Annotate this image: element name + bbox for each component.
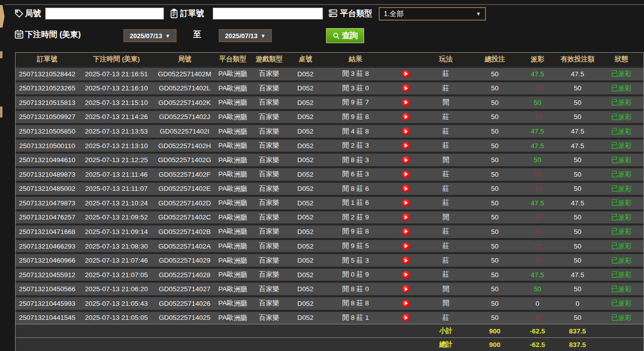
replay-button[interactable] [402, 271, 410, 279]
replay-button[interactable] [402, 243, 410, 250]
platform-cell: PA歐洲廳 [215, 198, 250, 207]
col-header-platform: 平台類型 [215, 55, 250, 64]
replay-cell [388, 213, 423, 221]
date-to-select[interactable]: 2025/07/13 ▼ [219, 29, 272, 42]
status-cell: 已派彩 [601, 227, 641, 236]
platform-cell: PA歐洲廳 [215, 270, 250, 279]
order-no-cell: 250713210485002 [16, 185, 79, 192]
order-no-cell: 250713210476257 [16, 213, 79, 221]
game-type-cell: 百家樂 [250, 213, 288, 222]
platform-cell: PA歐洲廳 [215, 242, 250, 251]
play-cell: 閒 [423, 213, 468, 222]
play-cell: 閒 [423, 156, 468, 165]
bet-time-cell: 2025-07-13 21:05:05 [79, 314, 154, 321]
col-header-payout: 派彩 [521, 55, 554, 64]
replay-button[interactable] [402, 99, 410, 106]
replay-button[interactable] [402, 128, 410, 135]
replay-button[interactable] [402, 228, 410, 236]
result-cell: 閒 8 莊 6 [323, 184, 388, 193]
payout-cell: -50 [521, 243, 554, 250]
replay-button[interactable] [402, 257, 410, 264]
order-no-cell: 250713210494610 [16, 156, 79, 164]
platform-cell: PA歐洲廳 [215, 98, 250, 107]
game-type-cell: 百家樂 [250, 313, 288, 322]
round-no-cell: GD0522571402G [154, 156, 215, 164]
game-type-cell: 百家樂 [250, 227, 288, 236]
replay-button[interactable] [402, 285, 410, 293]
replay-button[interactable] [402, 213, 410, 221]
game-type-cell: 百家樂 [250, 84, 288, 93]
replay-button[interactable] [402, 156, 410, 164]
round-no-cell: GD0522571402E [154, 185, 215, 192]
table-row: 250713210441545 2025-07-13 21:05:05 GD05… [16, 312, 643, 324]
replay-cell [388, 99, 423, 106]
order-no-cell: 250713210460966 [16, 257, 79, 264]
replay-button[interactable] [402, 142, 410, 150]
play-cell: 莊 [423, 242, 468, 251]
valid-bet-cell: 50 [554, 84, 601, 92]
result-cell: 閒 2 莊 9 [323, 213, 388, 222]
table-no-cell: D052 [288, 142, 323, 150]
order-no-cell: 250713210523265 [16, 84, 79, 92]
valid-bet-cell: 50 [554, 156, 601, 164]
order-no-cell: 250713210528442 [16, 70, 79, 78]
order-no-cell: 250713210445993 [16, 300, 79, 307]
status-cell: 已派彩 [601, 127, 641, 136]
platform-cell: PA歐洲廳 [215, 184, 250, 193]
payout-cell: -50 [521, 314, 554, 321]
platform-cell: PA歐洲廳 [215, 256, 250, 265]
replay-button[interactable] [402, 199, 410, 207]
status-cell: 已派彩 [601, 84, 641, 93]
platform-cell: PA歐洲廳 [215, 213, 250, 222]
platform-type-select[interactable]: 1.全部 ▼ [379, 7, 486, 21]
payout-cell: -50 [521, 185, 554, 192]
replay-cell [388, 70, 423, 78]
payout-cell: 47.5 [521, 142, 554, 150]
date-from-select[interactable]: 2025/07/13 ▼ [123, 29, 177, 42]
table-row: 250713210523265 2025-07-13 21:16:10 GD05… [16, 82, 643, 95]
round-no-cell: GD0522571402M [154, 70, 215, 78]
subtotal-total-bet: 900 [468, 327, 521, 335]
replay-button[interactable] [402, 70, 410, 78]
replay-button[interactable] [402, 84, 410, 92]
order-no-input[interactable] [213, 8, 323, 20]
round-no-cell: GD05225714029 [154, 257, 215, 264]
total-bet-cell: 50 [468, 142, 521, 150]
chevron-down-icon: ▼ [166, 33, 171, 39]
play-icon [405, 273, 408, 277]
order-no-cell: 250713210441545 [16, 314, 79, 321]
status-cell: 已派彩 [601, 156, 641, 165]
play-icon [405, 244, 408, 248]
order-no-cell: 250713210471668 [16, 228, 79, 236]
order-no-cell: 250713210500110 [16, 142, 79, 150]
replay-button[interactable] [402, 171, 410, 178]
play-cell: 閒 [423, 98, 468, 107]
result-cell: 閒 6 莊 3 [323, 170, 388, 179]
game-type-cell: 百家樂 [250, 141, 288, 150]
round-no-cell: GD05225714026 [154, 300, 215, 307]
round-no-cell: GD0522571402J [154, 113, 215, 121]
valid-bet-cell: 50 [554, 185, 601, 192]
order-no-cell: 250713210455912 [16, 271, 79, 279]
platform-type-value: 1.全部 [384, 10, 404, 19]
replay-cell [388, 285, 423, 293]
valid-bet-cell: 50 [554, 171, 601, 178]
table-row: 250713210494610 2025-07-13 21:12:25 GD05… [16, 154, 643, 166]
round-no-cell: GD0522571402K [154, 99, 215, 106]
game-type-cell: 百家樂 [250, 127, 288, 136]
replay-button[interactable] [402, 113, 410, 121]
replay-button[interactable] [402, 314, 410, 321]
play-cell: 莊 [423, 256, 468, 265]
round-no-cell: GD0522571402I [154, 128, 215, 135]
table-no-cell: D052 [288, 185, 323, 192]
search-button[interactable]: 查詢 [326, 28, 364, 43]
replay-button[interactable] [402, 300, 410, 307]
date-from-value: 2025/07/13 [130, 32, 163, 40]
payout-cell: 47.5 [521, 70, 554, 78]
play-cell: 莊 [423, 84, 468, 93]
round-no-input[interactable] [45, 8, 164, 20]
bet-time-cell: 2025-07-13 21:11:07 [79, 185, 154, 192]
replay-button[interactable] [402, 185, 410, 192]
game-type-cell: 百家樂 [250, 156, 288, 165]
valid-bet-cell: 50 [554, 285, 601, 293]
